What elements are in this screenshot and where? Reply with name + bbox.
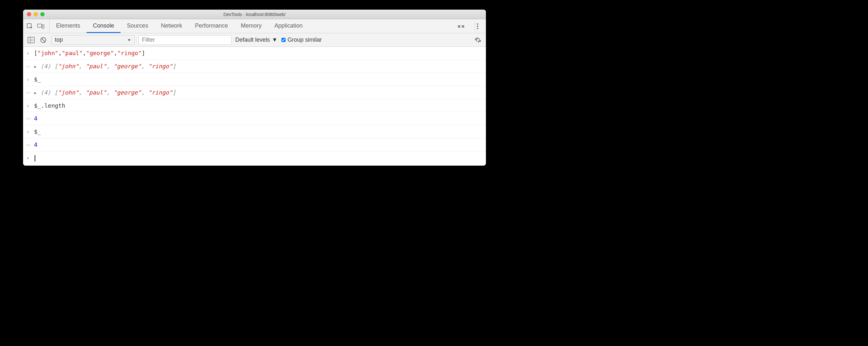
input-marker-icon: › (25, 49, 31, 58)
output-marker-icon: ‹● (25, 140, 31, 149)
console-line-content: ▶ (4) ["john", "paul", "george", "ringo"… (34, 88, 483, 97)
console-output-row: ‹●▶ (4) ["john", "paul", "george", "ring… (23, 60, 486, 73)
tab-network[interactable]: Network (155, 19, 188, 33)
more-tabs-icon[interactable] (457, 23, 466, 29)
console-line-content: 4 (34, 140, 483, 149)
window-close-button[interactable] (27, 12, 31, 16)
execution-context-select[interactable]: top ▼ (51, 35, 135, 45)
window-maximize-button[interactable] (40, 12, 44, 16)
device-toolbar-icon[interactable] (37, 23, 44, 30)
console-line-content: ["john","paul","george","ringo"] (34, 49, 483, 58)
devtools-window: DevTools - localhost:8080/web/ ElementsC… (23, 10, 486, 166)
log-levels-select[interactable]: Default levels ▼ (235, 36, 278, 43)
tabbar-right (457, 22, 483, 31)
console-input-row: ›$_ (23, 73, 486, 86)
console-prompt-row[interactable]: › (23, 152, 486, 166)
tab-console[interactable]: Console (87, 19, 121, 33)
console-output-row: ‹●▶ (4) ["john", "paul", "george", "ring… (23, 86, 486, 99)
window-minimize-button[interactable] (34, 12, 38, 16)
traffic-lights (23, 12, 44, 16)
clear-console-icon[interactable] (39, 36, 48, 44)
tab-elements[interactable]: Elements (50, 19, 87, 33)
console-output-row: ‹●4 (23, 112, 486, 125)
console-input-row: ›$_.length (23, 99, 486, 113)
log-levels-label: Default levels (235, 36, 270, 43)
group-similar-label: Group similar (287, 36, 322, 43)
console-settings-icon[interactable] (474, 36, 482, 44)
group-similar-checkbox[interactable]: Group similar (281, 36, 322, 43)
console-prompt-input[interactable] (34, 153, 483, 162)
toggle-console-sidebar-icon[interactable] (27, 36, 35, 44)
tabbar-tools (26, 19, 50, 33)
console-body[interactable]: ›["john","paul","george","ringo"]‹●▶ (4)… (23, 47, 486, 166)
titlebar: DevTools - localhost:8080/web/ (23, 10, 486, 19)
console-input-row: ›["john","paul","george","ringo"] (23, 47, 486, 60)
input-marker-icon: › (25, 127, 31, 136)
console-line-content: $_ (34, 75, 483, 84)
console-line-content: 4 (34, 114, 483, 123)
output-marker-icon: ‹● (25, 62, 31, 71)
console-line-content: ▶ (4) ["john", "paul", "george", "ringo"… (34, 62, 483, 71)
tab-memory[interactable]: Memory (234, 19, 268, 33)
svg-line-6 (41, 38, 45, 42)
dropdown-caret-icon: ▼ (127, 38, 131, 42)
dropdown-caret-icon: ▼ (272, 36, 278, 43)
tab-performance[interactable]: Performance (188, 19, 234, 33)
execution-context-value: top (55, 36, 63, 43)
svg-rect-1 (37, 24, 42, 27)
output-marker-icon: ‹● (25, 114, 31, 123)
prompt-marker-icon: › (25, 153, 31, 162)
inspect-element-icon[interactable] (26, 23, 33, 30)
panel-tabbar: ElementsConsoleSourcesNetworkPerformance… (23, 19, 486, 33)
input-marker-icon: › (25, 101, 31, 110)
filter-input[interactable] (138, 35, 231, 45)
svg-rect-2 (42, 25, 44, 28)
panel-tabs: ElementsConsoleSourcesNetworkPerformance… (50, 19, 309, 33)
console-line-content: $_ (34, 127, 483, 136)
input-marker-icon: › (25, 75, 31, 84)
expand-triangle-icon[interactable]: ▶ (34, 64, 36, 70)
console-input-row: ›$_ (23, 125, 486, 138)
group-similar-input[interactable] (281, 38, 286, 42)
output-marker-icon: ‹● (25, 88, 31, 97)
tab-application[interactable]: Application (268, 19, 309, 33)
console-output-row: ‹●4 (23, 138, 486, 152)
window-title: DevTools - localhost:8080/web/ (23, 12, 486, 17)
console-toolbar: top ▼ Default levels ▼ Group similar (23, 33, 486, 47)
settings-menu-icon[interactable] (475, 22, 480, 31)
console-line-content: $_.length (34, 101, 483, 110)
expand-triangle-icon[interactable]: ▶ (34, 90, 36, 96)
tab-sources[interactable]: Sources (121, 19, 155, 33)
text-cursor (35, 155, 35, 161)
